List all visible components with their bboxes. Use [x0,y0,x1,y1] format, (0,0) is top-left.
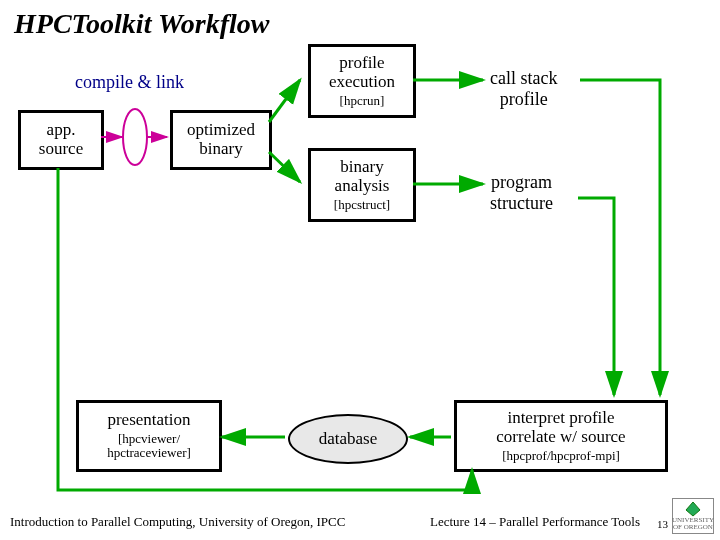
box-binary-analysis: binary analysis [hpcstruct] [308,148,416,222]
footer-right: Lecture 14 – Parallel Performance Tools [430,514,640,530]
label-program-structure: program structure [490,172,553,214]
uoregon-logo: UNIVERSITY OF OREGON [672,498,714,534]
page-number: 13 [657,518,668,530]
box-binary-analysis-text: binary analysis [335,158,390,195]
footer-left: Introduction to Parallel Computing, Univ… [10,514,345,530]
slide-title: HPCToolkit Workflow [14,8,269,40]
box-presentation: presentation [hpcviewer/ hpctraceviewer] [76,400,222,472]
box-interpret-profile: interpret profile correlate w/ source [h… [454,400,668,472]
box-presentation-sub: [hpcviewer/ hpctraceviewer] [107,432,191,461]
uoregon-logo-text: UNIVERSITY OF OREGON [672,517,714,531]
box-interpret-profile-sub: [hpcprof/hpcprof-mpi] [502,449,620,463]
svg-point-0 [123,109,147,165]
box-profile-execution-sub: [hpcrun] [340,94,385,108]
box-binary-analysis-sub: [hpcstruct] [334,198,390,212]
box-presentation-text: presentation [107,411,190,430]
box-app-source: app. source [18,110,104,170]
box-interpret-profile-text: interpret profile correlate w/ source [496,409,625,446]
box-optimized-binary: optimized binary [170,110,272,170]
label-call-stack-profile: call stack profile [490,68,557,110]
box-profile-execution-text: profile execution [329,54,395,91]
box-profile-execution: profile execution [hpcrun] [308,44,416,118]
label-compile-link: compile & link [75,72,184,93]
ellipse-database: database [288,414,408,464]
